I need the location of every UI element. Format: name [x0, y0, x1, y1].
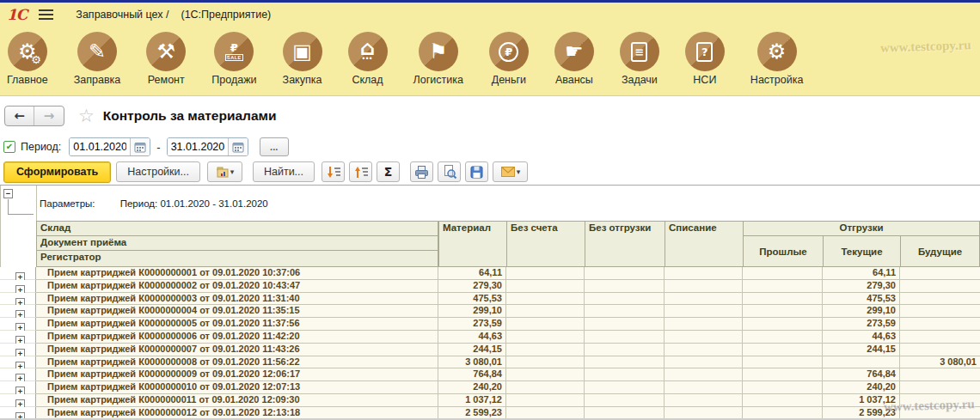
row-value: 244,15 — [438, 344, 506, 356]
tasks-icon: ≡ — [620, 32, 659, 71]
period-more-button[interactable]: ... — [260, 137, 289, 156]
ribbon-item-zapravka[interactable]: ✎Заправка — [74, 32, 121, 86]
ribbon-item-nastroyka[interactable]: ⚙Настройка — [750, 32, 804, 86]
row-value — [665, 331, 743, 344]
ribbon-item-nsi[interactable]: ?НСИ — [685, 32, 725, 86]
ribbon-item-sklad[interactable]: ⌂•••Склад — [348, 32, 388, 86]
col-header-past[interactable]: Прошлые — [743, 235, 824, 267]
hand-money-icon: ☛ — [554, 32, 594, 71]
row-label[interactable]: Прием картриджей К0000000010 от 09.01.20… — [36, 381, 438, 394]
row-label[interactable]: Прием картриджей К0000000011 от 09.01.20… — [36, 394, 438, 407]
route-icon: ⚑ — [419, 32, 458, 71]
calendar-icon[interactable] — [130, 138, 150, 155]
row-value — [585, 394, 665, 407]
col-header-warehouse[interactable]: Склад — [36, 221, 438, 236]
table-row: +Прием картриджей К0000000002 от 09.01.2… — [0, 280, 980, 293]
calendar-icon[interactable] — [228, 138, 248, 155]
row-label[interactable]: Прием картриджей К0000000005 от 09.01.20… — [36, 318, 438, 331]
expand-levels-button[interactable] — [322, 161, 345, 182]
handbook-icon: ? — [685, 32, 725, 71]
row-label[interactable]: Прием картриджей К0000000004 от 09.01.20… — [36, 305, 438, 318]
back-button[interactable]: ← — [5, 107, 34, 125]
collapse-levels-icon — [353, 165, 369, 180]
ribbon-item-glavnoe[interactable]: ⚙⚙Главное — [7, 32, 48, 86]
ribbon-item-avansy[interactable]: ☛Авансы — [554, 32, 594, 86]
row-label[interactable]: Прием картриджей К0000000008 от 09.01.20… — [36, 356, 438, 369]
params-label: Параметры: — [40, 198, 95, 209]
row-value — [900, 331, 980, 344]
table-row: +Прием картриджей К0000000009 от 09.01.2… — [0, 368, 980, 381]
report-variants-button[interactable]: ▾ — [207, 161, 242, 182]
row-value: 279,30 — [823, 280, 900, 293]
col-header-writeoff[interactable]: Списание — [665, 221, 744, 267]
print-button[interactable] — [410, 161, 433, 182]
row-value — [900, 368, 980, 381]
preview-button[interactable] — [438, 161, 461, 182]
email-button[interactable]: ▾ — [493, 161, 528, 182]
col-header-shipments-group[interactable]: Отгрузки — [743, 221, 980, 236]
ribbon-item-label: Продажи — [211, 74, 256, 86]
ribbon-item-zadachi[interactable]: ≡Задачи — [620, 32, 659, 86]
col-header-material[interactable]: Материал — [438, 221, 507, 267]
row-value — [743, 344, 823, 356]
ribbon-item-prodazhi[interactable]: ₽SALEПродажи — [211, 32, 256, 86]
row-value — [665, 394, 743, 407]
tree-gutter-cell: + — [0, 381, 36, 394]
ribbon-item-label: Закупка — [283, 74, 322, 86]
row-value — [585, 381, 665, 394]
tree-gutter-cell: + — [0, 293, 36, 306]
1c-logo-icon: 1С — [7, 6, 27, 23]
table-row: +Прием картриджей К0000000007 от 09.01.2… — [0, 344, 980, 356]
row-value — [823, 356, 900, 369]
tree-line — [8, 214, 34, 215]
col-header-registrar[interactable]: Регистратор — [36, 250, 438, 267]
row-label[interactable]: Прием картриджей К0000000009 от 09.01.20… — [36, 368, 438, 381]
nav-row: ← → ☆ Контроль за материалами — [0, 97, 980, 134]
date-from-group — [69, 137, 150, 156]
col-header-receipt-document[interactable]: Документ приёма — [36, 235, 438, 251]
save-button[interactable] — [465, 161, 488, 182]
settings-icon: ⚙ — [757, 32, 797, 71]
row-value — [665, 305, 743, 318]
row-value — [665, 293, 743, 306]
report-settings-button[interactable]: Настройки... — [116, 161, 200, 182]
forward-button[interactable]: → — [34, 107, 64, 125]
history-buttons: ← → — [4, 106, 64, 126]
sum-button[interactable]: Σ — [377, 161, 400, 182]
row-value: 273,59 — [823, 318, 900, 331]
collapse-levels-button[interactable] — [349, 161, 372, 182]
envelope-icon — [500, 166, 516, 178]
period-checkbox[interactable]: ✔ — [3, 141, 15, 153]
col-header-no-invoice[interactable]: Без счета — [506, 221, 585, 267]
ribbon-item-remont[interactable]: ⚒Ремонт — [146, 32, 186, 86]
ribbon-item-zakupka[interactable]: ▣Закупка — [283, 32, 322, 86]
row-value — [900, 305, 980, 318]
generate-button[interactable]: Сформировать — [3, 161, 111, 183]
dropdown-caret-icon: ▾ — [517, 167, 521, 176]
find-button[interactable]: Найти... — [253, 161, 315, 182]
report-rows: +Прием картриджей К0000000001 от 09.01.2… — [0, 267, 980, 420]
row-label[interactable]: Прием картриджей К0000000002 от 09.01.20… — [36, 280, 438, 293]
row-value: 764,84 — [823, 368, 900, 381]
row-label[interactable]: Прием картриджей К0000000006 от 09.01.20… — [36, 331, 438, 344]
period-dash: - — [156, 141, 160, 154]
row-label[interactable]: Прием картриджей К0000000001 от 09.01.20… — [36, 267, 438, 280]
ribbon-item-logistika[interactable]: ⚑Логистика — [413, 32, 463, 86]
main-menu-icon[interactable] — [39, 9, 53, 20]
ribbon-item-label: Авансы — [555, 74, 593, 86]
dropdown-caret-icon: ▾ — [230, 167, 235, 176]
date-to-input[interactable] — [168, 138, 228, 155]
col-header-future[interactable]: Будущие — [900, 235, 980, 267]
row-value: 44,63 — [823, 331, 900, 344]
row-label[interactable]: Прием картриджей К0000000003 от 09.01.20… — [36, 293, 438, 306]
moneybag-icon: ₽ — [489, 32, 529, 71]
row-value — [585, 267, 665, 280]
favorite-star-icon[interactable]: ☆ — [78, 106, 95, 126]
row-value — [900, 394, 980, 407]
collapse-all-button[interactable]: − — [3, 189, 13, 198]
col-header-current[interactable]: Текущие — [823, 235, 901, 267]
row-label[interactable]: Прием картриджей К0000000007 от 09.01.20… — [36, 344, 438, 356]
ribbon-item-dengi[interactable]: ₽Деньги — [489, 32, 529, 86]
date-from-input[interactable] — [70, 138, 130, 155]
col-header-no-shipment[interactable]: Без отгрузки — [585, 221, 665, 267]
